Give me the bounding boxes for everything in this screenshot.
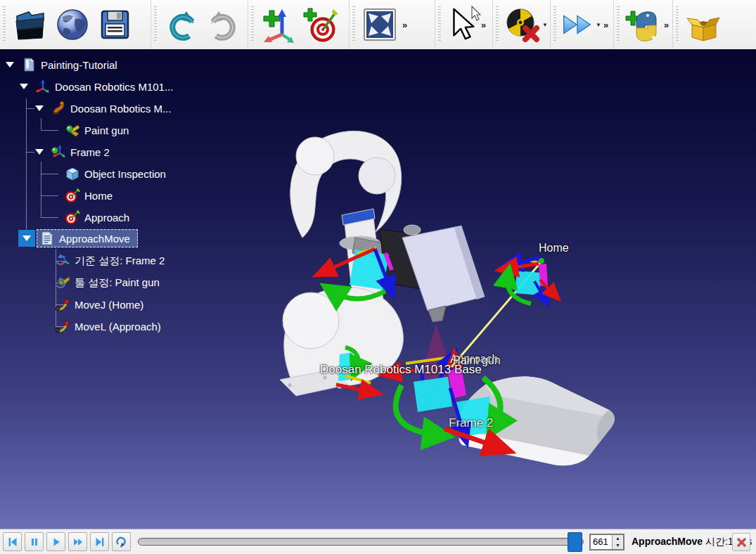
toolbar-drag-handle[interactable] (352, 6, 355, 43)
toolbar-drag-handle[interactable] (676, 6, 679, 43)
spin-up-icon[interactable]: ▲ (613, 535, 623, 542)
spin-down-icon[interactable]: ▼ (613, 542, 623, 549)
collapse-arrow-icon[interactable] (34, 146, 45, 157)
pause-button[interactable] (25, 532, 44, 551)
toolbar-group-program: » (613, 0, 672, 49)
add-python-script-button[interactable] (623, 2, 662, 47)
overflow-chevron[interactable]: » (603, 20, 608, 30)
tree-item-label: Painting-Tutorial (41, 59, 117, 71)
save-floppy-icon (96, 6, 133, 43)
tree-item-movej[interactable]: MoveJ (Home) (49, 295, 143, 314)
tree-item-approachmove[interactable]: ApproachMove (18, 228, 138, 249)
close-icon (736, 537, 747, 548)
collision-check-button[interactable] (502, 2, 542, 47)
tree-item-object-inspection[interactable]: Object Inspection (59, 164, 166, 183)
collision-off-icon (504, 6, 540, 43)
tree-connector (26, 98, 27, 231)
fast-forward-icon (560, 6, 595, 43)
dropdown-arrow[interactable]: ▼ (596, 22, 601, 28)
fast-simulation-button[interactable] (560, 2, 595, 47)
globe-icon (54, 6, 91, 43)
undo-icon (163, 6, 200, 43)
frame-spinbox[interactable]: ▲▼ (589, 534, 624, 550)
tree-item-label: Frame 2 (70, 146, 110, 158)
add-target-button[interactable] (300, 2, 342, 47)
skip-to-end-button[interactable] (90, 532, 109, 551)
toolbar-drag-handle[interactable] (3, 6, 6, 43)
tree-item-label: Doosan Robotics M101... (55, 81, 173, 93)
tree-item-label: 기준 설정: Frame 2 (75, 255, 165, 268)
toolbar-drag-handle[interactable] (617, 6, 620, 43)
replay-icon (116, 536, 127, 548)
toolbar-drag-handle[interactable] (251, 6, 254, 43)
frame-with-point-icon (51, 144, 66, 160)
online-library-button[interactable] (51, 2, 94, 47)
home-target-gizmo[interactable] (507, 257, 553, 304)
target-icon (65, 188, 80, 203)
fit-view-icon (361, 6, 398, 43)
open-file-button[interactable] (9, 2, 51, 47)
station-file-icon (21, 57, 37, 72)
tree-item-home-target[interactable]: Home (59, 186, 113, 205)
toolbar-group-export (672, 0, 756, 49)
play-icon (51, 536, 62, 548)
tree-item-label: Home (84, 190, 113, 202)
timeline-slider[interactable] (138, 538, 584, 546)
tree-item-frame-setting[interactable]: 기준 설정: Frame 2 (49, 251, 165, 271)
overflow-chevron[interactable]: » (402, 20, 407, 30)
tree-item-movel[interactable]: MoveL (Approach) (49, 316, 161, 336)
robot-icon (51, 101, 66, 116)
fit-view-button[interactable] (359, 2, 401, 47)
skip-end-icon (94, 536, 105, 548)
tree-item-robot[interactable]: Doosan Robotics M... (34, 98, 171, 118)
target-icon (65, 210, 80, 225)
close-playback-button[interactable] (732, 533, 750, 551)
replay-button[interactable] (112, 532, 131, 551)
label-frame2: Frame 2 (449, 416, 493, 430)
tree-item-station[interactable]: Painting-Tutorial (4, 55, 117, 75)
tree-item-tool-setting[interactable]: 툴 설정: Paint gun (49, 273, 160, 292)
paint-gun-tool-icon (65, 122, 80, 138)
toolbar-drag-handle[interactable] (438, 6, 441, 43)
tree-connector (41, 217, 58, 218)
toolbar-drag-handle[interactable] (496, 6, 499, 43)
tree-connector (41, 174, 58, 174)
undo-button[interactable] (160, 2, 203, 47)
redo-icon (205, 6, 242, 43)
frame-input[interactable] (591, 535, 612, 549)
toolbar-drag-handle[interactable] (553, 6, 556, 43)
tree-item-robot-frame[interactable]: Doosan Robotics M101... (18, 77, 173, 96)
fast-forward-button[interactable] (68, 532, 87, 551)
tree-item-frame2[interactable]: Frame 2 (34, 142, 110, 162)
3d-viewport[interactable]: Home Doosan Robotics M1013 Base Approach… (0, 49, 756, 529)
spin-arrows[interactable]: ▲▼ (612, 535, 623, 549)
tree-item-label: ApproachMove (59, 233, 130, 245)
toolbar-group-simulate: ▼ » (550, 0, 613, 49)
overflow-chevron[interactable]: » (664, 20, 669, 30)
redo-button[interactable] (203, 2, 245, 47)
tree-connector (41, 162, 41, 217)
selected-item-box[interactable]: ApproachMove (37, 229, 138, 247)
save-button[interactable] (94, 2, 136, 47)
tree-item-label: Approach (84, 212, 129, 224)
toolbar-group-undo (150, 0, 248, 49)
tree-item-paint-gun[interactable]: Paint gun (59, 120, 129, 140)
add-reference-frame-button[interactable] (257, 2, 300, 47)
dropdown-arrow[interactable]: ▼ (542, 22, 548, 28)
collapse-arrow-icon[interactable] (4, 59, 15, 70)
skip-to-start-button[interactable] (3, 532, 22, 551)
collapse-arrow-icon[interactable] (18, 230, 35, 247)
tree-item-approach-target[interactable]: Approach (59, 207, 129, 227)
collapse-arrow-icon[interactable] (34, 103, 45, 114)
export-simulation-button[interactable] (682, 2, 724, 47)
label-home: Home (539, 242, 569, 255)
slider-handle[interactable] (568, 532, 582, 552)
collapse-arrow-icon[interactable] (18, 81, 30, 92)
toolbar-group-collision: ▼ (492, 0, 550, 49)
tree-connector (41, 195, 58, 196)
set-reference-icon (55, 253, 70, 269)
open-folder-icon (12, 6, 49, 43)
play-button[interactable] (46, 532, 65, 551)
python-add-icon (624, 6, 661, 43)
toolbar-drag-handle[interactable] (154, 6, 157, 43)
